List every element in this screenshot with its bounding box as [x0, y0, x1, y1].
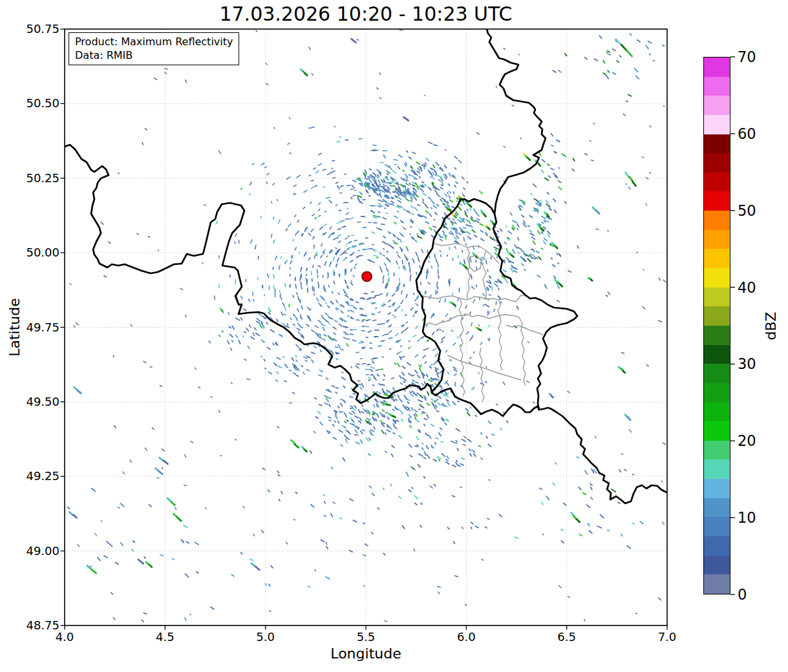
- y-tick-label: 50.00: [13, 246, 59, 259]
- x-tick-label: 4.5: [144, 631, 186, 644]
- radar-site-marker: [362, 272, 372, 282]
- colorbar-tick-marks: [730, 57, 735, 594]
- colorbar-segment: [704, 268, 730, 288]
- colorbar-segment: [704, 306, 730, 326]
- colorbar-segment: [704, 115, 730, 134]
- annotation-product-line: Product: Maximum Reflectivity: [75, 35, 233, 48]
- colorbar-segment: [704, 383, 730, 403]
- colorbar-segment: [704, 153, 730, 173]
- colorbar-segment: [704, 77, 730, 96]
- colorbar-segment: [704, 345, 730, 364]
- colorbar-segment: [704, 517, 730, 536]
- border-germany-france: [539, 408, 667, 503]
- colorbar-segment: [704, 249, 730, 268]
- colorbar-segment: [704, 574, 730, 594]
- colorbar-segment: [704, 479, 730, 498]
- map-content: [58, 29, 667, 622]
- radar-map-plot: [0, 0, 788, 672]
- colorbar-segment: [704, 211, 730, 230]
- figure-title: 17.03.2026 10:20 - 10:23 UTC: [65, 3, 667, 26]
- colorbar-tick-label: 60: [738, 125, 774, 142]
- radar-echo-speckles: [59, 30, 666, 622]
- colorbar-segment: [704, 58, 730, 77]
- canton-borders: [421, 244, 543, 402]
- border-belgium-germany: [487, 29, 546, 214]
- y-tick-label: 49.25: [13, 470, 59, 483]
- y-tick-label: 50.75: [13, 23, 59, 36]
- y-tick-label: 50.25: [13, 172, 59, 185]
- colorbar-tick-label: 40: [738, 279, 774, 296]
- x-tick-label: 4.0: [44, 631, 85, 644]
- axis-tick-marks: [61, 29, 668, 630]
- colorbar-tick-label: 50: [738, 202, 774, 219]
- colorbar-label: dBZ: [763, 307, 779, 346]
- colorbar-segment: [704, 134, 730, 154]
- colorbar-segment: [704, 459, 730, 479]
- colorbar-tick-label: 30: [738, 355, 774, 372]
- y-tick-label: 48.75: [13, 619, 59, 632]
- colorbar-segment: [704, 173, 730, 192]
- product-annotation-box: Product: Maximum Reflectivity Data: RMIB: [69, 32, 239, 65]
- x-tick-label: 5.0: [245, 631, 286, 644]
- y-tick-label: 49.00: [13, 545, 59, 558]
- annotation-data-line: Data: RMIB: [75, 48, 233, 62]
- radar-figure: 17.03.2026 10:20 - 10:23 UTC Product: Ma…: [0, 0, 788, 672]
- y-tick-label: 49.50: [13, 395, 59, 408]
- x-axis-label: Longitude: [65, 646, 667, 662]
- colorbar: [703, 57, 730, 594]
- y-tick-label: 49.75: [13, 321, 59, 334]
- colorbar-segment: [704, 191, 730, 211]
- gridlines: [65, 29, 667, 625]
- colorbar-segment: [704, 326, 730, 345]
- colorbar-segment: [704, 230, 730, 249]
- colorbar-tick-label: 0: [738, 586, 774, 603]
- colorbar-segment: [704, 441, 730, 460]
- colorbar-tick-label: 20: [738, 432, 774, 449]
- colorbar-tick-label: 10: [738, 509, 774, 526]
- colorbar-segment: [704, 364, 730, 383]
- x-tick-label: 5.5: [345, 631, 387, 644]
- colorbar-segment: [704, 421, 730, 441]
- x-tick-label: 6.0: [445, 631, 487, 644]
- colorbar-segment: [704, 556, 730, 575]
- colorbar-tick-label: 70: [738, 48, 774, 65]
- x-tick-label: 6.5: [546, 631, 588, 644]
- colorbar-segment: [704, 96, 730, 115]
- colorbar-segment: [704, 536, 730, 556]
- y-tick-label: 50.50: [13, 97, 59, 110]
- x-tick-label: 7.0: [646, 631, 688, 644]
- colorbar-segment: [704, 288, 730, 307]
- colorbar-segment: [704, 403, 730, 422]
- colorbar-segment: [704, 498, 730, 518]
